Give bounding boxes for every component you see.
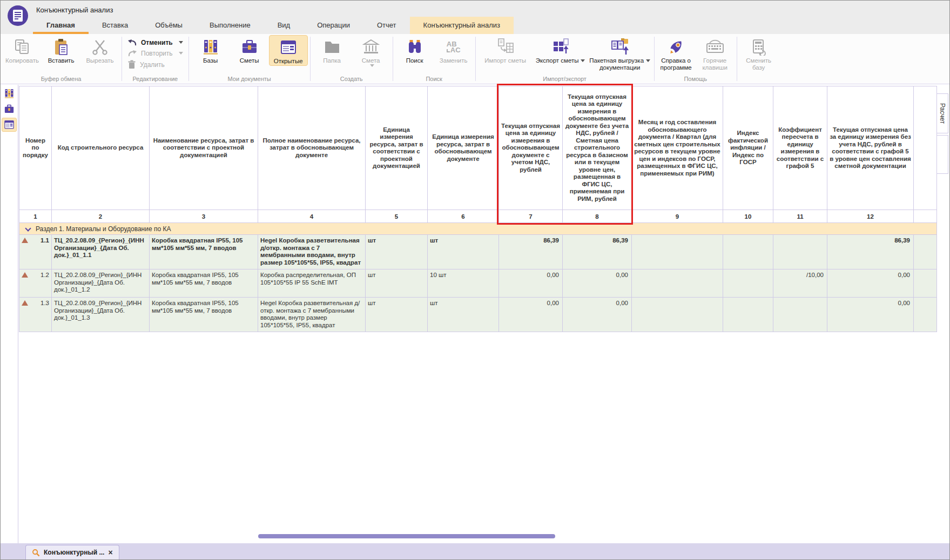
search-button[interactable]: Поиск bbox=[395, 35, 434, 65]
cell-unit-project[interactable]: шт bbox=[366, 298, 428, 332]
redo-button[interactable]: Повторить bbox=[127, 49, 183, 57]
col-number[interactable]: 3 bbox=[150, 210, 258, 223]
cell-price-with-vat[interactable]: 0,00 bbox=[499, 269, 563, 298]
col-number[interactable]: 12 bbox=[827, 210, 914, 223]
col-header-3[interactable]: Наименование ресурса, затрат в соответст… bbox=[150, 86, 258, 210]
col-number[interactable]: 4 bbox=[258, 210, 366, 223]
cell-unit-doc[interactable]: шт bbox=[428, 298, 499, 332]
warning-icon[interactable] bbox=[22, 272, 28, 278]
cell-code[interactable]: ТЦ_20.2.08.09_{Регион}_{ИНН Организации}… bbox=[52, 235, 150, 269]
cell-price-final[interactable]: 0,00 bbox=[827, 298, 914, 332]
cell-unit-project[interactable]: шт bbox=[366, 235, 428, 269]
col-header-10[interactable]: Индекс фактической инфляции / Индекс по … bbox=[723, 86, 773, 210]
cell-price-without-vat[interactable]: 86,39 bbox=[563, 235, 632, 269]
redo-dropdown-caret[interactable] bbox=[179, 52, 183, 55]
change-base-button[interactable]: Сменить базу bbox=[739, 35, 778, 72]
col-header-4[interactable]: Полное наименование ресурса, затрат в об… bbox=[258, 86, 366, 210]
cell-unit-project[interactable]: шт bbox=[366, 269, 428, 298]
cell-name[interactable]: Коробка квадратная IP55, 105 мм*105 мм*5… bbox=[150, 269, 258, 298]
cell-price-without-vat[interactable]: 0,00 bbox=[563, 269, 632, 298]
rail-estimates-button[interactable] bbox=[2, 102, 17, 116]
cut-button[interactable]: Вырезать bbox=[80, 35, 119, 65]
batch-upload-button[interactable]: Пакетная выгрузкадокументации bbox=[588, 35, 652, 72]
export-estimate-button[interactable]: Экспорт сметы bbox=[533, 35, 588, 65]
col-header-9[interactable]: Месяц и год составления обосновывающего … bbox=[632, 86, 723, 210]
col-header-1[interactable]: Номер по порядку bbox=[19, 86, 52, 210]
cell-price-final[interactable]: 0,00 bbox=[827, 269, 914, 298]
export-dropdown-caret[interactable] bbox=[581, 59, 585, 62]
col-number[interactable]: 1 bbox=[19, 210, 52, 223]
document-tab[interactable]: Конъюнктурный ... × bbox=[25, 545, 119, 559]
tab-vid[interactable]: Вид bbox=[264, 17, 304, 34]
tab-konyunkturny-analiz[interactable]: Конъюнктурный анализ bbox=[410, 17, 514, 34]
col-number[interactable]: 11 bbox=[773, 210, 827, 223]
tab-obyomy[interactable]: Объёмы bbox=[142, 17, 196, 34]
batch-dropdown-caret[interactable] bbox=[646, 59, 650, 62]
cell-month-year[interactable] bbox=[632, 269, 723, 298]
folder-button[interactable]: Папка bbox=[313, 35, 352, 65]
open-documents-button[interactable]: Открытые bbox=[269, 35, 308, 66]
cell-inflation-index[interactable] bbox=[723, 269, 773, 298]
row-number-cell[interactable]: 1.1 bbox=[19, 235, 52, 269]
col-number[interactable]: 6 bbox=[428, 210, 499, 223]
cell-inflation-index[interactable] bbox=[723, 298, 773, 332]
undo-button[interactable]: Отменить bbox=[127, 38, 183, 46]
copy-button[interactable]: Копировать bbox=[3, 35, 42, 65]
calc-side-tab[interactable]: Расчет bbox=[936, 93, 948, 133]
estimate-dropdown-caret[interactable] bbox=[370, 64, 374, 67]
bases-button[interactable]: Базы bbox=[191, 35, 230, 65]
col-number[interactable]: 5 bbox=[366, 210, 428, 223]
undo-dropdown-caret[interactable] bbox=[179, 41, 183, 44]
col-header-5[interactable]: Единица измерения ресурса, затрат в соот… bbox=[366, 86, 428, 210]
import-estimate-button[interactable]: Импорт сметы bbox=[478, 35, 533, 65]
cell-conversion-coef[interactable] bbox=[773, 235, 827, 269]
cell-name[interactable]: Коробка квадратная IP55, 105 мм*105 мм*5… bbox=[150, 235, 258, 269]
col-header-8[interactable]: Текущая отпускная цена за единицу измере… bbox=[563, 86, 632, 210]
col-number[interactable]: 10 bbox=[723, 210, 773, 223]
hotkeys-button[interactable]: Горячие клавиши bbox=[696, 35, 735, 72]
cell-price-without-vat[interactable]: 0,00 bbox=[563, 298, 632, 332]
replace-button[interactable]: AB AC Заменить bbox=[434, 35, 473, 65]
warning-icon[interactable] bbox=[22, 300, 28, 306]
cell-month-year[interactable] bbox=[632, 298, 723, 332]
cell-code[interactable]: ТЦ_20.2.08.09_{Регион}_{ИНН Организации}… bbox=[52, 269, 150, 298]
col-header-12[interactable]: Текущая отпускная цена за единицу измере… bbox=[827, 86, 914, 210]
rail-open-documents-button[interactable] bbox=[2, 118, 17, 132]
horizontal-scrollbar-thumb[interactable] bbox=[258, 534, 555, 538]
col-number[interactable]: 9 bbox=[632, 210, 723, 223]
tab-glavnaya[interactable]: Главная bbox=[33, 17, 89, 34]
cell-code[interactable]: ТЦ_20.2.08.09_{Регион}_{ИНН Организации}… bbox=[52, 298, 150, 332]
horizontal-scrollbar-track[interactable] bbox=[19, 534, 936, 539]
chevron-down-icon[interactable] bbox=[25, 226, 31, 232]
cell-price-final[interactable]: 86,39 bbox=[827, 235, 914, 269]
col-header-6[interactable]: Единица измерения ресурса, затрат в обос… bbox=[428, 86, 499, 210]
section-header[interactable]: Раздел 1. Материалы и Оборудование по КА bbox=[19, 223, 937, 235]
about-button[interactable]: Справка о программе bbox=[657, 35, 696, 72]
tab-operacii[interactable]: Операции bbox=[304, 17, 363, 34]
col-header-13[interactable] bbox=[914, 86, 937, 210]
rail-bases-button[interactable] bbox=[2, 86, 17, 100]
col-header-2[interactable]: Код строительного ресурса bbox=[52, 86, 150, 210]
estimate-create-button[interactable]: Смета bbox=[352, 35, 390, 68]
cell-unit-doc[interactable]: шт bbox=[428, 235, 499, 269]
cell-unit-doc[interactable]: 10 шт bbox=[428, 269, 499, 298]
cell-name[interactable]: Коробка квадратная IP55, 105 мм*105 мм*5… bbox=[150, 298, 258, 332]
tab-vstavka[interactable]: Вставка bbox=[89, 17, 142, 34]
row-number-cell[interactable]: 1.3 bbox=[19, 298, 52, 332]
estimates-button[interactable]: Сметы bbox=[230, 35, 269, 65]
col-number[interactable]: 8 bbox=[563, 210, 632, 223]
cell-full-name[interactable]: Коробка распределительная, ОП 105*105*55… bbox=[258, 269, 366, 298]
cell-conversion-coef[interactable] bbox=[773, 298, 827, 332]
side-tab-empty[interactable] bbox=[936, 135, 948, 174]
col-number[interactable]: 7 bbox=[499, 210, 563, 223]
cell-price-with-vat[interactable]: 0,00 bbox=[499, 298, 563, 332]
paste-button[interactable]: Вставить bbox=[42, 35, 80, 65]
delete-button[interactable]: Удалить bbox=[127, 60, 183, 69]
cell-extra[interactable] bbox=[914, 269, 937, 298]
col-number[interactable]: 2 bbox=[52, 210, 150, 223]
row-number-cell[interactable]: 1.2 bbox=[19, 269, 52, 298]
cell-conversion-coef[interactable]: /10,00 bbox=[773, 269, 827, 298]
col-number[interactable] bbox=[914, 210, 937, 223]
cell-price-with-vat[interactable]: 86,39 bbox=[499, 235, 563, 269]
warning-icon[interactable] bbox=[22, 238, 28, 243]
